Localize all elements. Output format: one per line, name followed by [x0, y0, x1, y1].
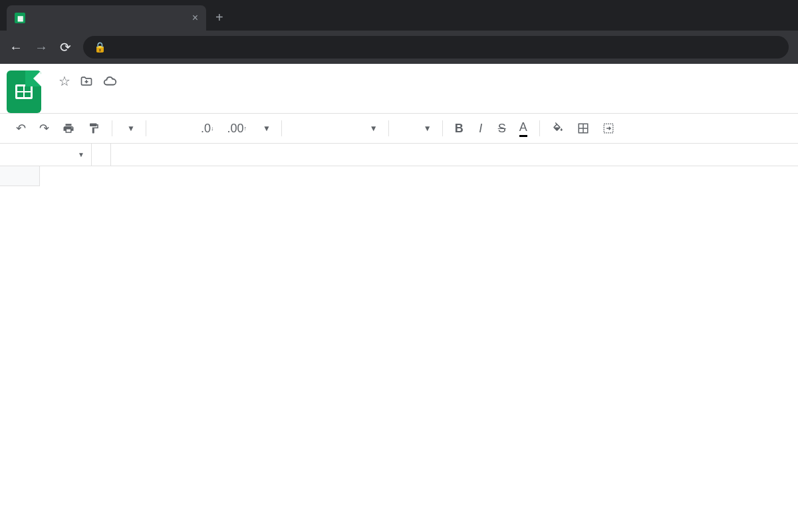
font-size-select[interactable]: ▼	[396, 121, 436, 136]
currency-button[interactable]	[153, 124, 172, 132]
forward-icon[interactable]: →	[35, 40, 48, 55]
toolbar: ↶ ↷ ▼ .0↓ .00↑ ▼ ▼ ▼ B I S A	[0, 113, 798, 144]
close-icon[interactable]: ×	[192, 12, 198, 24]
chevron-down-icon: ▼	[78, 151, 84, 158]
bold-icon[interactable]: B	[450, 118, 469, 140]
document-header: ☆	[0, 64, 798, 113]
back-icon[interactable]: ←	[9, 40, 23, 55]
redo-icon[interactable]: ↷	[34, 117, 55, 140]
cloud-icon[interactable]	[102, 74, 117, 88]
decrease-decimal-icon[interactable]: .0↓	[196, 118, 219, 140]
browser-tab[interactable]: ▦ ×	[7, 5, 206, 31]
spreadsheet-grid	[0, 166, 798, 186]
print-icon[interactable]	[57, 118, 80, 138]
undo-icon[interactable]: ↶	[11, 117, 31, 140]
reload-icon[interactable]: ⟳	[60, 39, 71, 55]
new-tab-button[interactable]: +	[215, 10, 223, 25]
lock-icon: 🔒	[94, 41, 106, 53]
more-formats-select[interactable]: ▼	[255, 121, 275, 136]
italic-icon[interactable]: I	[471, 118, 490, 140]
fill-color-icon[interactable]	[547, 118, 569, 138]
formula-bar-row: ▼	[0, 144, 798, 166]
browser-tab-strip: ▦ × +	[0, 0, 798, 31]
menu-bar	[49, 89, 787, 98]
url-bar[interactable]: 🔒	[83, 36, 789, 59]
zoom-select[interactable]: ▼	[119, 121, 139, 136]
browser-nav-bar: ← → ⟳ 🔒	[0, 31, 798, 64]
star-icon[interactable]: ☆	[59, 73, 70, 89]
move-icon[interactable]	[80, 74, 93, 88]
paint-format-icon[interactable]	[82, 118, 105, 138]
borders-icon[interactable]	[572, 118, 595, 138]
sheets-favicon: ▦	[15, 13, 25, 23]
increase-decimal-icon[interactable]: .00↑	[221, 118, 252, 140]
strikethrough-icon[interactable]: S	[493, 118, 511, 140]
merge-cells-icon[interactable]	[597, 118, 620, 138]
formula-bar[interactable]	[111, 144, 798, 166]
sheets-logo-icon[interactable]	[7, 70, 41, 113]
select-all-corner[interactable]	[0, 166, 40, 186]
text-color-icon[interactable]: A	[514, 116, 533, 141]
font-select[interactable]: ▼	[289, 121, 382, 136]
fx-label	[92, 144, 111, 166]
name-box[interactable]: ▼	[0, 144, 92, 166]
percent-button[interactable]	[174, 124, 193, 132]
